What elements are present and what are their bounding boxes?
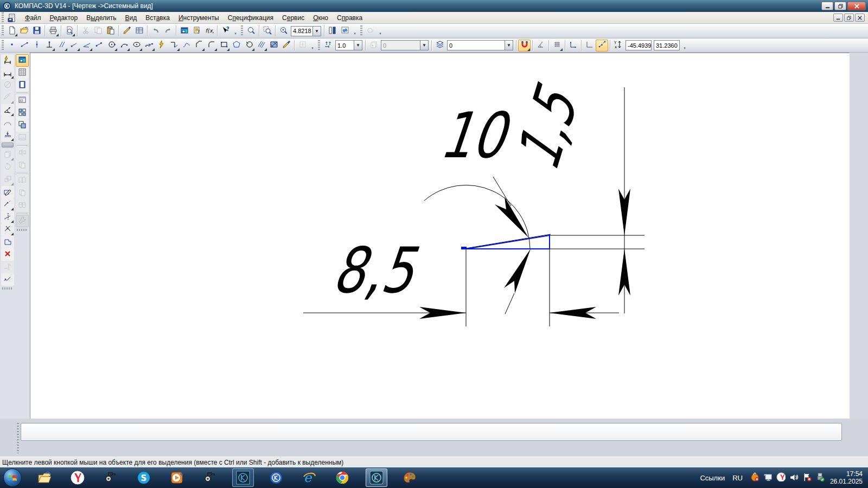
menu-выделить[interactable]: Выделить	[82, 12, 120, 23]
property-bar-grip[interactable]	[17, 423, 19, 453]
tray-action-center-flag-icon[interactable]	[802, 472, 812, 483]
toolbar-grip[interactable]	[2, 40, 4, 51]
dropdown-corner-icon[interactable]	[56, 34, 59, 36]
snap-settings-button[interactable]	[518, 40, 531, 52]
cursor-step-button[interactable]	[322, 40, 334, 52]
minimize-button[interactable]	[821, 2, 833, 10]
tray-usb-safe-remove-icon[interactable]	[815, 472, 825, 483]
context-help-button[interactable]: ?	[219, 25, 232, 37]
taskbar-app-skype[interactable]: S	[133, 468, 155, 487]
property-panel[interactable]	[21, 423, 842, 441]
arc-dimension-button[interactable]	[1, 117, 14, 129]
segment2-tool-button[interactable]	[93, 40, 105, 52]
style-brush-tool-button[interactable]	[280, 40, 292, 52]
cursor-step-value-value[interactable]: 1.0	[336, 42, 354, 49]
arc-tool-button[interactable]	[118, 40, 130, 52]
menu-вставка[interactable]: Вставка	[141, 12, 174, 23]
menu-справка[interactable]: Справка	[333, 12, 367, 23]
language-indicator[interactable]: RU	[732, 474, 743, 482]
taskbar-app-palette[interactable]	[399, 468, 420, 487]
dropdown-corner-icon[interactable]	[127, 48, 130, 51]
taskbar-app-kompas-dark[interactable]	[232, 468, 254, 487]
zoom-in-button[interactable]	[277, 25, 290, 37]
point-tool-button[interactable]	[5, 40, 18, 52]
refresh-view-button[interactable]	[339, 25, 351, 37]
dropdown-corner-icon[interactable]	[114, 48, 117, 51]
dropdown-corner-icon[interactable]	[15, 34, 17, 36]
taskbar-app-chrome[interactable]	[331, 468, 353, 487]
rounding-snap-button[interactable]	[596, 40, 608, 52]
tray-volume-icon[interactable]	[789, 472, 799, 483]
angle-snap-button[interactable]	[534, 40, 547, 52]
dropdown-corner-icon[interactable]	[11, 233, 14, 235]
dropdown-corner-icon[interactable]	[264, 48, 267, 51]
save-document-button[interactable]	[30, 25, 43, 37]
trim-curve-button[interactable]	[1, 198, 14, 211]
object-properties-button[interactable]	[133, 25, 145, 37]
child-minimize-button[interactable]	[833, 14, 843, 22]
segment-tool-button[interactable]	[18, 40, 30, 52]
taskbar-app-kompas-active[interactable]	[366, 468, 387, 487]
print-preview-button[interactable]	[63, 25, 75, 37]
cursor-step-value-dropdown-button[interactable]: ▼	[354, 41, 362, 50]
dropdown-corner-icon[interactable]	[227, 48, 229, 51]
paste-button[interactable]	[104, 25, 117, 37]
dropdown-corner-icon[interactable]	[527, 48, 530, 51]
toolbar-splitter[interactable]	[2, 143, 14, 147]
grid-toggle-button[interactable]	[551, 40, 563, 52]
toolbar-grip[interactable]	[360, 25, 362, 36]
clock[interactable]: 17:54 26.01.2025	[830, 470, 863, 485]
menu-инструменты[interactable]: Инструменты	[174, 12, 224, 23]
copies-value-dropdown-button[interactable]: ▼	[420, 41, 428, 50]
toolbar-grip[interactable]	[17, 229, 28, 231]
extend-curve-button[interactable]	[1, 223, 14, 236]
dropdown-corner-icon[interactable]	[65, 48, 67, 51]
new-document-button[interactable]	[5, 25, 18, 37]
tile-windows-button[interactable]	[16, 107, 29, 119]
start-button[interactable]	[3, 468, 22, 487]
menu-спецификация[interactable]: Спецификация	[224, 12, 278, 23]
cascade-windows-button[interactable]	[16, 119, 29, 132]
spline-tool-button[interactable]	[143, 40, 155, 52]
taskbar-app-yandex-browser[interactable]	[67, 468, 88, 487]
toolbar-overflow-chevron[interactable]: ▾	[310, 40, 315, 52]
dropdown-corner-icon[interactable]	[11, 76, 14, 79]
zoom-by-frame-button[interactable]	[261, 25, 273, 37]
taskbar-app-explorer[interactable]	[34, 468, 55, 487]
dropdown-corner-icon[interactable]	[214, 48, 217, 51]
dropdown-corner-icon[interactable]	[11, 158, 14, 160]
restore-button[interactable]	[834, 2, 846, 10]
taskbar-app-media-player[interactable]	[166, 468, 188, 487]
tray-network-icon[interactable]	[763, 472, 773, 483]
menu-редактор[interactable]: Редактор	[46, 12, 82, 23]
document-child-icon[interactable]	[8, 14, 16, 22]
redo-button[interactable]	[162, 25, 174, 37]
auto-dimension-button[interactable]	[1, 54, 14, 67]
menu-окно[interactable]: Окно	[309, 12, 333, 23]
taskbar-app-kompas-blue[interactable]	[265, 468, 287, 487]
toolbar-grip[interactable]	[2, 287, 13, 290]
rectangle-tool-button[interactable]	[218, 40, 230, 52]
dropdown-corner-icon[interactable]	[77, 48, 80, 51]
layer-value-dropdown-button[interactable]: ▼	[505, 41, 513, 50]
zoom-scale-button[interactable]	[326, 25, 339, 37]
toolbar-overflow-chevron[interactable]: ▾	[233, 25, 238, 37]
current-layer-button[interactable]	[433, 40, 446, 52]
child-close-button[interactable]	[855, 14, 865, 22]
circle-tool-button[interactable]	[105, 40, 118, 52]
angle-dimension-button[interactable]	[1, 104, 14, 117]
tray-update-alert-icon[interactable]	[750, 472, 760, 483]
copies-value-value[interactable]: 0	[381, 42, 420, 49]
window-preview-button[interactable]	[16, 94, 29, 107]
dropdown-corner-icon[interactable]	[252, 48, 254, 51]
menu-grip[interactable]	[2, 12, 4, 23]
dropdown-corner-icon[interactable]	[11, 183, 14, 185]
cursor-step-value-combo[interactable]: 1.0▼	[335, 40, 362, 50]
dropdown-corner-icon[interactable]	[72, 34, 75, 36]
edit-spline-button[interactable]	[1, 273, 14, 286]
zoom-level-dropdown-button[interactable]: ▼	[312, 27, 321, 36]
curve-tool-button[interactable]	[180, 40, 193, 52]
dropdown-corner-icon[interactable]	[11, 138, 14, 141]
menu-вид[interactable]: Вид	[121, 12, 142, 23]
edit-contour-button[interactable]	[1, 186, 14, 198]
